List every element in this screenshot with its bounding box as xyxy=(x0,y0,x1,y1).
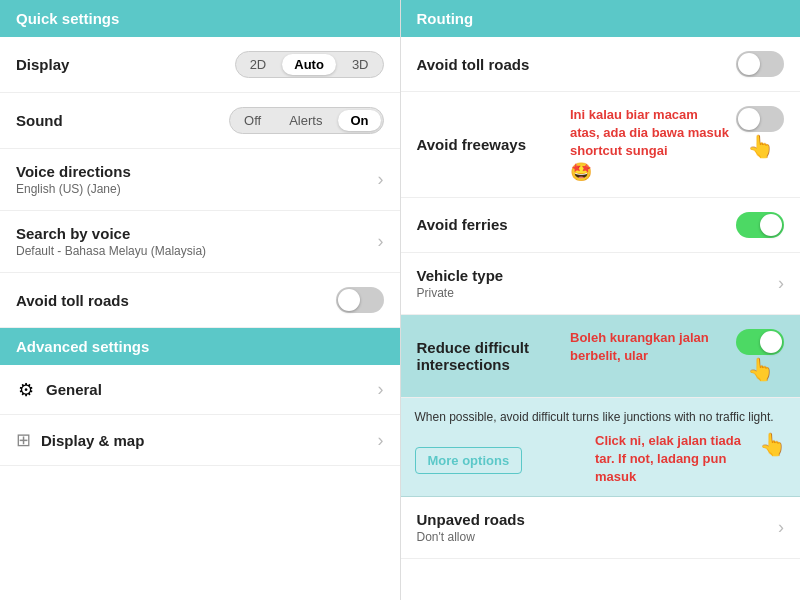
display-auto-btn[interactable]: Auto xyxy=(282,54,336,75)
toggle-thumb-3 xyxy=(738,108,760,130)
hand-freeways-emoji: 👆 xyxy=(747,134,774,160)
avoid-toll-roads-left-row: Avoid toll roads xyxy=(0,273,400,328)
avoid-toll-roads-right-label: Avoid toll roads xyxy=(417,56,737,73)
info-box: When possible, avoid difficult turns lik… xyxy=(401,398,801,498)
display-3d-btn[interactable]: 3D xyxy=(338,52,383,77)
reduce-difficult-row: Reduce difficult intersections Boleh kur… xyxy=(401,315,801,398)
avoid-freeways-annotation: Ini kalau biar macam atas, ada dia bawa … xyxy=(570,106,730,161)
avoid-freeways-row: Avoid freeways Ini kalau biar macam atas… xyxy=(401,92,801,198)
display-row: Display 2D Auto 3D xyxy=(0,37,400,93)
toggle-thumb xyxy=(338,289,360,311)
avoid-freeways-label: Avoid freeways xyxy=(417,136,571,153)
search-by-voice-sublabel: Default - Bahasa Melayu (Malaysia) xyxy=(16,244,378,258)
quick-settings-header: Quick settings xyxy=(0,0,400,37)
toggle-thumb-4 xyxy=(760,214,782,236)
reduce-difficult-annotation: Boleh kurangkan jalan berbelit, ular xyxy=(570,329,730,365)
general-row[interactable]: ⚙ General › xyxy=(0,365,400,415)
display-map-chevron: › xyxy=(378,430,384,451)
avoid-freeways-toggle[interactable] xyxy=(736,106,784,132)
hand-more-options-emoji: 👆 xyxy=(759,432,786,458)
routing-header: Routing xyxy=(401,0,801,37)
search-by-voice-chevron: › xyxy=(378,231,384,252)
display-2d-btn[interactable]: 2D xyxy=(236,52,281,77)
vehicle-type-row[interactable]: Vehicle type Private › xyxy=(401,253,801,315)
sound-on-btn[interactable]: On xyxy=(338,110,380,131)
gear-icon: ⚙ xyxy=(16,380,36,400)
search-by-voice-row[interactable]: Search by voice Default - Bahasa Melayu … xyxy=(0,211,400,273)
display-segmented[interactable]: 2D Auto 3D xyxy=(235,51,384,78)
reduce-difficult-label: Reduce difficult intersections xyxy=(417,339,571,373)
vehicle-type-chevron: › xyxy=(778,273,784,294)
display-label: Display xyxy=(16,56,235,73)
display-map-row[interactable]: ⊞ Display & map › xyxy=(0,415,400,466)
unpaved-roads-label: Unpaved roads xyxy=(417,511,779,528)
vehicle-type-sublabel: Private xyxy=(417,286,779,300)
toggle-thumb-2 xyxy=(738,53,760,75)
avoid-ferries-label: Avoid ferries xyxy=(417,216,737,233)
sound-row: Sound Off Alerts On xyxy=(0,93,400,149)
voice-directions-label: Voice directions xyxy=(16,163,378,180)
unpaved-roads-sublabel: Don't allow xyxy=(417,530,779,544)
vehicle-type-label: Vehicle type xyxy=(417,267,779,284)
reduce-difficult-toggle[interactable] xyxy=(736,329,784,355)
avoid-toll-roads-right-toggle[interactable] xyxy=(736,51,784,77)
general-label: General xyxy=(46,381,102,398)
unpaved-roads-chevron: › xyxy=(778,517,784,538)
left-panel: Quick settings Display 2D Auto 3D Sound … xyxy=(0,0,401,600)
voice-directions-chevron: › xyxy=(378,169,384,190)
more-options-annotation: Click ni, elak jalan tiada tar. If not, … xyxy=(595,432,755,487)
map-icon: ⊞ xyxy=(16,429,31,451)
sound-label: Sound xyxy=(16,112,229,129)
avoid-ferries-toggle[interactable] xyxy=(736,212,784,238)
hand-reduce-emoji: 👆 xyxy=(747,357,774,383)
voice-directions-sublabel: English (US) (Jane) xyxy=(16,182,378,196)
info-box-text: When possible, avoid difficult turns lik… xyxy=(415,408,787,426)
sound-off-btn[interactable]: Off xyxy=(230,108,275,133)
avoid-toll-roads-right-row: Avoid toll roads xyxy=(401,37,801,92)
avoid-toll-roads-left-label: Avoid toll roads xyxy=(16,292,336,309)
sound-alerts-btn[interactable]: Alerts xyxy=(275,108,336,133)
more-options-button[interactable]: More options xyxy=(415,447,523,474)
search-by-voice-label: Search by voice xyxy=(16,225,378,242)
avoid-freeways-emoji: 🤩 xyxy=(570,161,592,183)
voice-directions-row[interactable]: Voice directions English (US) (Jane) › xyxy=(0,149,400,211)
toggle-thumb-5 xyxy=(760,331,782,353)
unpaved-roads-row[interactable]: Unpaved roads Don't allow › xyxy=(401,497,801,559)
display-map-label: Display & map xyxy=(41,432,144,449)
avoid-ferries-row: Avoid ferries xyxy=(401,198,801,253)
avoid-toll-roads-left-toggle[interactable] xyxy=(336,287,384,313)
advanced-settings-header: Advanced settings xyxy=(0,328,400,365)
right-panel: Routing Avoid toll roads Avoid freeways … xyxy=(401,0,801,600)
general-chevron: › xyxy=(378,379,384,400)
sound-segmented[interactable]: Off Alerts On xyxy=(229,107,383,134)
